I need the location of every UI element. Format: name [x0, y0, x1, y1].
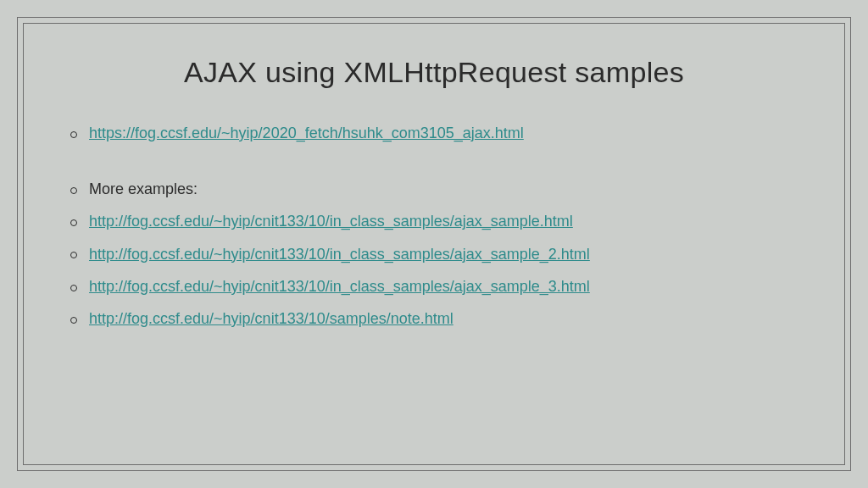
bullet-list: More examples: http://fog.ccsf.edu/~hyip…	[70, 179, 798, 330]
list-item: http://fog.ccsf.edu/~hyip/cnit133/10/sam…	[70, 308, 798, 330]
list-item: http://fog.ccsf.edu/~hyip/cnit133/10/in_…	[70, 276, 798, 297]
slide-frame-outer: AJAX using XMLHttpRequest samples https:…	[17, 17, 851, 471]
link-item[interactable]: http://fog.ccsf.edu/~hyip/cnit133/10/in_…	[89, 278, 590, 295]
link-item[interactable]: https://fog.ccsf.edu/~hyip/2020_fetch/hs…	[89, 125, 524, 141]
list-item: https://fog.ccsf.edu/~hyip/2020_fetch/hs…	[70, 123, 798, 144]
link-item[interactable]: http://fog.ccsf.edu/~hyip/cnit133/10/in_…	[89, 246, 590, 263]
spacer	[70, 155, 798, 179]
bullet-list: https://fog.ccsf.edu/~hyip/2020_fetch/hs…	[70, 123, 798, 144]
list-item: More examples:	[70, 179, 798, 200]
text-item: More examples:	[89, 180, 198, 197]
link-item[interactable]: http://fog.ccsf.edu/~hyip/cnit133/10/in_…	[89, 213, 573, 230]
list-item: http://fog.ccsf.edu/~hyip/cnit133/10/in_…	[70, 211, 798, 232]
slide-title: AJAX using XMLHttpRequest samples	[70, 56, 798, 89]
slide-frame-inner: AJAX using XMLHttpRequest samples https:…	[23, 23, 845, 465]
link-item[interactable]: http://fog.ccsf.edu/~hyip/cnit133/10/sam…	[89, 310, 453, 327]
list-item: http://fog.ccsf.edu/~hyip/cnit133/10/in_…	[70, 244, 798, 265]
